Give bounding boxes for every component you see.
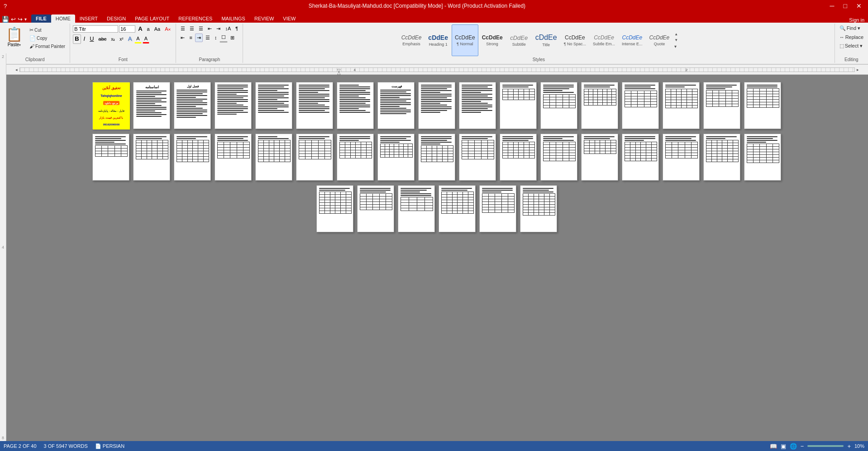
- font-color-button[interactable]: A: [143, 34, 149, 43]
- help-button[interactable]: ?: [4, 3, 7, 10]
- highlight-color-button[interactable]: A: [134, 34, 141, 43]
- style-heading1[interactable]: cDdEe Heading 1: [425, 24, 451, 56]
- tab-home[interactable]: HOME: [51, 14, 75, 23]
- style-title[interactable]: cDdEe Title: [532, 24, 560, 56]
- page-22[interactable]: [255, 134, 292, 181]
- page-27[interactable]: [459, 134, 496, 181]
- page-35[interactable]: [316, 185, 353, 232]
- cut-button[interactable]: ✂ Cut: [28, 26, 67, 34]
- tab-design[interactable]: DESIGN: [102, 14, 130, 23]
- tab-references[interactable]: REFERENCES: [174, 14, 217, 23]
- select-button[interactable]: ⬚ Select ▾: [838, 42, 865, 50]
- superscript-button[interactable]: x²: [118, 35, 125, 43]
- tab-page-layout[interactable]: PAGE LAYOUT: [130, 14, 174, 23]
- text-effect-button[interactable]: A: [126, 34, 134, 44]
- page-36[interactable]: [357, 185, 394, 232]
- page-11[interactable]: [500, 82, 537, 129]
- grow-font-button[interactable]: A: [136, 24, 144, 34]
- page-15[interactable]: [663, 82, 700, 129]
- style-subtitle[interactable]: cDdEe Subtitle: [506, 24, 532, 56]
- page-8[interactable]: فهرست: [377, 82, 415, 129]
- gallery-expand[interactable]: ▾: [674, 43, 678, 49]
- replace-button[interactable]: ↔ Replace: [838, 34, 865, 41]
- page-6[interactable]: [296, 82, 333, 129]
- page-18[interactable]: [92, 134, 129, 181]
- increase-indent-button[interactable]: ⇥: [215, 24, 222, 33]
- zoom-out-button[interactable]: −: [801, 443, 804, 450]
- underline-button[interactable]: U: [88, 34, 95, 44]
- align-center-button[interactable]: ≡: [187, 34, 194, 42]
- style-normal[interactable]: CcDdEe ¶ Normal: [452, 24, 478, 56]
- style-subtle-em[interactable]: CcDdEe Subtle Em...: [590, 24, 618, 56]
- page-23[interactable]: [296, 134, 333, 181]
- page-5[interactable]: [255, 82, 292, 129]
- page-17[interactable]: [744, 82, 781, 129]
- page-4[interactable]: [215, 82, 252, 129]
- tab-insert[interactable]: INSERT: [75, 14, 102, 23]
- page-40[interactable]: [520, 185, 557, 232]
- page-7[interactable]: [337, 82, 374, 129]
- page-16[interactable]: [703, 82, 740, 129]
- bullets-button[interactable]: ☰: [179, 24, 187, 33]
- print-layout-button[interactable]: ▣: [781, 443, 786, 450]
- page-39[interactable]: [479, 185, 516, 232]
- clear-format-button[interactable]: A✕: [163, 25, 173, 33]
- gallery-scroll-up[interactable]: ▲: [674, 32, 678, 37]
- sort-button[interactable]: ↕A: [223, 24, 233, 33]
- page-26[interactable]: [418, 134, 455, 181]
- subscript-button[interactable]: x₂: [109, 35, 117, 43]
- page-38[interactable]: [439, 185, 476, 232]
- borders-button[interactable]: ⊞: [229, 34, 236, 42]
- page-25[interactable]: [377, 134, 415, 181]
- page-32[interactable]: [663, 134, 700, 181]
- paste-button[interactable]: 📋 Paste▾: [3, 24, 26, 49]
- page-14[interactable]: [622, 82, 659, 129]
- align-left-button[interactable]: ⇤: [179, 34, 186, 42]
- tab-mailings[interactable]: MAILINGS: [217, 14, 250, 23]
- show-hide-button[interactable]: ¶: [234, 24, 240, 33]
- read-mode-button[interactable]: 📖: [770, 443, 777, 450]
- page-13[interactable]: [581, 82, 618, 129]
- signin-link[interactable]: Sign in: [849, 17, 864, 23]
- indent-marker-bottom[interactable]: △: [337, 70, 341, 75]
- style-quote[interactable]: CcDdEe Quote: [646, 24, 673, 56]
- copy-button[interactable]: 📄 Copy: [28, 34, 67, 42]
- numbering-button[interactable]: ☰: [188, 24, 196, 33]
- page-3[interactable]: فصل اول: [174, 82, 211, 129]
- page-19[interactable]: [133, 134, 170, 181]
- shading-button[interactable]: ☐: [219, 33, 228, 42]
- decrease-indent-button[interactable]: ⇤: [206, 24, 214, 33]
- page-33[interactable]: [703, 134, 740, 181]
- bold-button[interactable]: B: [73, 34, 81, 44]
- justify-button[interactable]: ☰: [204, 34, 212, 42]
- page-10[interactable]: [459, 82, 496, 129]
- page-28[interactable]: [500, 134, 537, 181]
- strikethrough-button[interactable]: abc: [97, 35, 109, 43]
- redo-quick-btn[interactable]: ↪: [18, 16, 23, 23]
- line-spacing-button[interactable]: ↕: [213, 34, 219, 42]
- page-1-cover[interactable]: تحقیق آنلاین Tahqiqhonline مرجع دانلود ف…: [92, 82, 129, 129]
- page-29[interactable]: [540, 134, 577, 181]
- zoom-in-button[interactable]: +: [847, 443, 851, 450]
- gallery-scroll-down[interactable]: ▼: [674, 38, 678, 43]
- page-37[interactable]: [398, 185, 435, 232]
- page-12[interactable]: [540, 82, 577, 129]
- style-emphasis[interactable]: CcDdEe Emphasis: [398, 24, 425, 56]
- style-intense-e[interactable]: CcDdEe Intense E...: [619, 24, 646, 56]
- tab-file[interactable]: FILE: [31, 14, 51, 23]
- change-case-button[interactable]: Aa: [153, 25, 162, 33]
- page-9[interactable]: [418, 82, 455, 129]
- page-31[interactable]: [622, 134, 659, 181]
- format-painter-button[interactable]: 🖌 Format Painter: [28, 43, 67, 50]
- font-size-input[interactable]: [119, 25, 135, 33]
- page-2[interactable]: اساسنامه: [133, 82, 170, 129]
- page-21[interactable]: [215, 134, 252, 181]
- find-button[interactable]: 🔍 Find ▾: [838, 24, 862, 32]
- page-30[interactable]: [581, 134, 618, 181]
- web-layout-button[interactable]: 🌐: [790, 443, 797, 450]
- page-24[interactable]: [337, 134, 374, 181]
- page-20[interactable]: [174, 134, 211, 181]
- shrink-font-button[interactable]: a: [145, 25, 152, 33]
- tab-review[interactable]: REVIEW: [250, 14, 278, 23]
- undo-quick-btn[interactable]: ↩: [11, 16, 16, 23]
